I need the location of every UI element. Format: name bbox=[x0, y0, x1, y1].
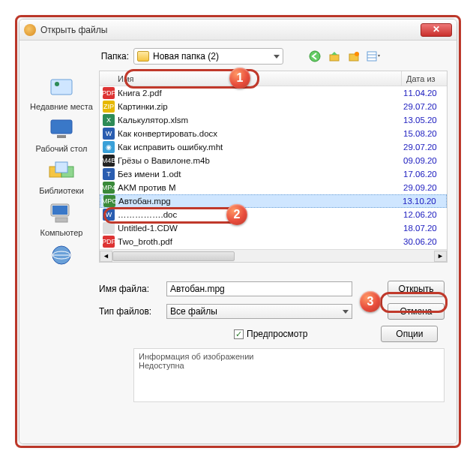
folder-combo[interactable]: Новая папка (2) bbox=[133, 48, 283, 65]
info-text: Недоступна bbox=[139, 361, 439, 370]
file-icon: MPG bbox=[103, 195, 115, 207]
filetype-label: Тип файлов: bbox=[99, 306, 159, 317]
filename-row: Имя файла: Открыть bbox=[99, 281, 448, 297]
folder-label: Папка: bbox=[94, 51, 129, 62]
file-icon: PDF bbox=[103, 236, 115, 248]
image-info-box: Информация об изображении Недоступна bbox=[133, 348, 445, 402]
svg-rect-4 bbox=[367, 52, 376, 61]
scroll-right-icon[interactable]: ► bbox=[434, 251, 447, 262]
file-name: Автобан.mpg bbox=[118, 197, 403, 206]
places-sidebar: Недавние места Рабочий стол Библиотеки К… bbox=[27, 71, 96, 270]
file-row[interactable]: XКалькулятор.xlsm13.05.20 bbox=[100, 113, 447, 127]
file-name: Грёзы о Вавилоне.m4b bbox=[118, 156, 403, 165]
file-icon: T bbox=[103, 168, 115, 180]
file-row[interactable]: PDFTwo_broth.pdf30.06.20 bbox=[100, 235, 447, 248]
horizontal-scrollbar[interactable]: ◄ ► bbox=[100, 249, 447, 262]
svg-rect-9 bbox=[51, 120, 72, 134]
svg-rect-15 bbox=[52, 206, 67, 215]
scroll-thumb[interactable] bbox=[112, 251, 235, 261]
file-date: 29.07.20 bbox=[403, 102, 447, 111]
filename-input[interactable] bbox=[166, 281, 352, 296]
place-recent[interactable]: Недавние места bbox=[27, 74, 96, 111]
file-icon: W bbox=[103, 128, 115, 140]
up-icon[interactable] bbox=[327, 49, 342, 64]
titlebar: Открыть файлы ✕ bbox=[19, 20, 457, 41]
file-date: 29.09.20 bbox=[403, 183, 447, 192]
options-button[interactable]: Опции bbox=[381, 326, 438, 342]
filetype-combo[interactable]: Все файлы bbox=[166, 304, 352, 319]
place-desktop[interactable]: Рабочий стол bbox=[27, 116, 96, 153]
file-row[interactable]: MPGАвтобан.mpg13.10.20 bbox=[100, 194, 447, 208]
svg-rect-10 bbox=[57, 135, 66, 138]
file-row[interactable]: MP4AKM против M29.09.20 bbox=[100, 181, 447, 194]
file-row[interactable]: Untitled-1.CDW18.07.20 bbox=[100, 221, 447, 235]
file-icon: MP4 bbox=[103, 182, 115, 194]
svg-point-3 bbox=[355, 52, 359, 56]
svg-rect-13 bbox=[55, 162, 67, 173]
file-icon: W bbox=[103, 209, 115, 221]
scroll-left-icon[interactable]: ◄ bbox=[100, 251, 112, 262]
file-row[interactable]: ZIPКартинки.zip29.07.20 bbox=[100, 100, 447, 113]
filename-label: Имя файла: bbox=[99, 284, 159, 294]
folder-row: Папка: Новая папка (2) bbox=[94, 48, 448, 65]
main-row: Недавние места Рабочий стол Библиотеки К… bbox=[27, 71, 448, 270]
svg-rect-7 bbox=[51, 80, 72, 95]
file-date: 11.04.20 bbox=[403, 89, 447, 98]
svg-point-0 bbox=[310, 51, 320, 62]
file-name: …………….doc bbox=[118, 210, 403, 219]
lower-section: Имя файла: Открыть Тип файлов: Все файлы… bbox=[99, 281, 448, 402]
close-button[interactable]: ✕ bbox=[421, 23, 452, 37]
place-computer[interactable]: Компьютер bbox=[27, 200, 96, 237]
file-date: 17.06.20 bbox=[403, 170, 447, 179]
dialog-window: Открыть файлы ✕ Папка: Новая папка (2) bbox=[19, 19, 457, 444]
file-name: Untitled-1.CDW bbox=[118, 224, 403, 233]
svg-rect-1 bbox=[330, 55, 339, 61]
place-libraries[interactable]: Библиотеки bbox=[27, 158, 96, 195]
cancel-button[interactable]: Отмена bbox=[388, 303, 445, 320]
file-name: Как конвертировать.docx bbox=[118, 129, 403, 138]
file-date: 30.06.20 bbox=[403, 237, 447, 246]
back-icon[interactable] bbox=[307, 49, 322, 64]
dialog-body: Папка: Новая папка (2) Недавние места bbox=[19, 41, 457, 443]
place-network[interactable] bbox=[27, 242, 96, 270]
nav-icons bbox=[307, 49, 381, 64]
file-date: 13.10.20 bbox=[403, 197, 446, 206]
file-name: Картинки.zip bbox=[118, 102, 403, 111]
file-icon: X bbox=[103, 114, 115, 126]
file-row[interactable]: M4BГрёзы о Вавилоне.m4b09.09.20 bbox=[100, 154, 447, 167]
file-row[interactable]: W…………….doc12.06.20 bbox=[100, 208, 447, 221]
column-name[interactable]: Имя bbox=[100, 71, 402, 86]
folder-icon bbox=[137, 51, 149, 62]
info-title: Информация об изображении bbox=[139, 352, 439, 361]
file-icon: ◉ bbox=[103, 141, 115, 153]
file-name: Калькулятор.xlsm bbox=[118, 116, 403, 125]
file-date: 29.07.20 bbox=[403, 143, 447, 152]
file-header: Имя Дата из bbox=[100, 71, 447, 86]
file-row[interactable]: TБез имени 1.odt17.06.20 bbox=[100, 167, 447, 181]
app-icon bbox=[24, 24, 36, 36]
new-folder-icon[interactable] bbox=[346, 49, 361, 64]
file-row[interactable]: PDFКнига 2.pdf11.04.20 bbox=[100, 86, 447, 100]
file-name: Как исправить ошибку.mht bbox=[118, 143, 403, 152]
folder-value: Новая папка (2) bbox=[153, 51, 219, 62]
file-row[interactable]: WКак конвертировать.docx15.08.20 bbox=[100, 127, 447, 140]
file-name: AKM против M bbox=[118, 183, 403, 192]
file-name: Two_broth.pdf bbox=[118, 237, 403, 246]
preview-row: ✓ Предпросмотр Опции bbox=[234, 326, 448, 342]
open-button[interactable]: Открыть bbox=[388, 281, 445, 297]
file-date: 15.08.20 bbox=[403, 129, 447, 138]
file-row[interactable]: ◉Как исправить ошибку.mht29.07.20 bbox=[100, 140, 447, 154]
place-label: Компьютер bbox=[27, 228, 96, 237]
file-list[interactable]: PDFКнига 2.pdf11.04.20ZIPКартинки.zip29.… bbox=[100, 86, 447, 248]
column-date[interactable]: Дата из bbox=[402, 71, 447, 86]
place-label: Библиотеки bbox=[27, 186, 96, 195]
preview-checkbox[interactable]: ✓ bbox=[234, 329, 244, 339]
file-icon bbox=[103, 222, 115, 234]
view-icon[interactable] bbox=[366, 49, 381, 64]
filetype-row: Тип файлов: Все файлы Отмена bbox=[99, 303, 448, 320]
scroll-track[interactable] bbox=[112, 251, 434, 262]
window-title: Открыть файлы bbox=[40, 25, 421, 35]
file-date: 18.07.20 bbox=[403, 224, 447, 233]
svg-rect-16 bbox=[55, 218, 67, 222]
preview-label: Предпросмотр bbox=[247, 329, 307, 339]
